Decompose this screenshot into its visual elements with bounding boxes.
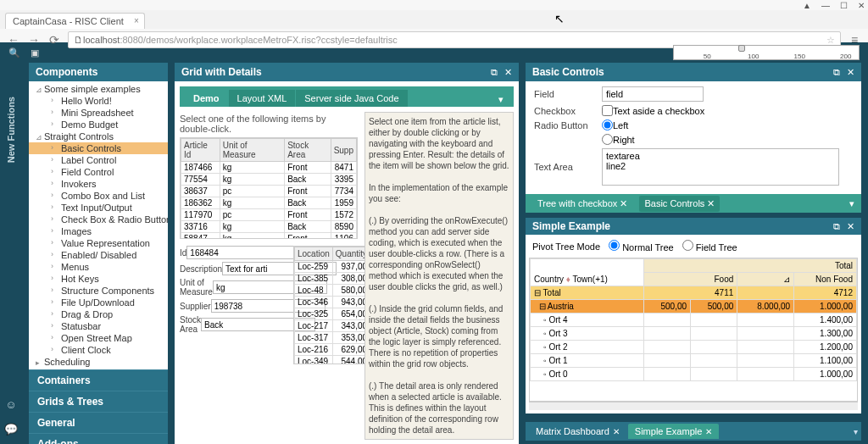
ws-tab-simple[interactable]: Simple Example ✕ — [628, 424, 719, 439]
toolbar-config-icon[interactable]: ▣ — [31, 47, 39, 58]
window-close[interactable]: ✕ — [858, 1, 865, 10]
tree-item[interactable]: Label Control — [29, 154, 168, 166]
window-user-icon[interactable]: ▲ — [803, 1, 811, 10]
window-minimize[interactable]: — — [821, 1, 830, 10]
popout-icon[interactable]: ⧉ — [833, 221, 840, 232]
pivot-row[interactable]: ◦ Ort 3 — [531, 327, 644, 341]
pivot-table[interactable]: Country ♦ Town(+1)Total Food⊿Non Food ⊟ … — [530, 258, 857, 381]
tree-item[interactable]: Images — [29, 225, 168, 237]
tree-item[interactable]: Client Clock — [29, 344, 168, 356]
close-icon[interactable]: ✕ — [707, 198, 715, 208]
table-row[interactable]: Loc-317353,00 — [295, 332, 370, 344]
bc-radio-left[interactable] — [602, 119, 613, 130]
pivot-row-austria[interactable]: ⊟ Austria — [531, 300, 644, 314]
pivot-col-nonfood[interactable]: Non Food — [794, 273, 857, 286]
table-row[interactable]: 58847kgFront1106 — [181, 233, 357, 240]
close-icon[interactable]: ✕ — [613, 427, 620, 436]
table-row[interactable]: Loc-385308,00 — [295, 273, 370, 285]
tree-item-basic-controls[interactable]: Basic Controls — [29, 142, 168, 154]
tree-group-simple[interactable]: ⊿Some simple examples — [29, 83, 168, 95]
tree-item[interactable]: Mini Spreadsheet — [29, 107, 168, 119]
table-row[interactable]: 33716kgBack8590 — [181, 221, 357, 233]
col-uom[interactable]: Unit of Measure — [220, 139, 284, 162]
detail-id-input[interactable] — [186, 246, 301, 259]
table-row[interactable]: Loc-325654,00 — [295, 308, 370, 320]
zoom-ruler[interactable]: 50 100 150 200 — [673, 45, 860, 60]
tree-item[interactable]: Check Box & Radio Button — [29, 214, 168, 225]
tab-close-icon[interactable]: × — [134, 16, 139, 25]
pivot-row[interactable]: ◦ Ort 2 — [531, 341, 644, 354]
nav-general[interactable]: General — [29, 412, 168, 433]
tree-item[interactable]: Demo Budget — [29, 119, 168, 130]
tree-item[interactable]: File Up/Download — [29, 297, 168, 308]
popout-icon[interactable]: ⧉ — [491, 67, 498, 78]
table-row[interactable]: Loc-349544,00 — [295, 356, 370, 365]
toolbar-search-icon[interactable]: 🔍 — [8, 47, 20, 58]
tree-item[interactable]: Hello World! — [29, 95, 168, 107]
pivot-row[interactable]: ◦ Ort 1 — [531, 354, 644, 368]
table-row[interactable]: Loc-48580,00 — [295, 285, 370, 297]
pivot-col-food[interactable]: Food — [643, 273, 737, 286]
bc-tab-basic[interactable]: Basic Controls ✕ — [639, 196, 720, 212]
bc-textarea[interactable]: textarea line2 — [602, 148, 839, 186]
gwd-tab-code[interactable]: Server side Java Code — [296, 90, 408, 107]
window-maximize[interactable]: ☐ — [840, 1, 848, 10]
close-icon[interactable]: ✕ — [705, 427, 712, 436]
pivot-col-town[interactable]: Town(+1) — [573, 275, 608, 284]
popout-icon[interactable]: ⧉ — [833, 67, 840, 78]
table-row[interactable]: 38637pcFront7734 — [181, 186, 357, 197]
tree-item[interactable]: Structure Components — [29, 285, 168, 297]
table-row[interactable]: 117970pcFront1572 — [181, 209, 357, 221]
bc-radio-right[interactable] — [602, 134, 613, 145]
table-row[interactable]: Loc-346943,00 — [295, 297, 370, 308]
se-radio-field[interactable] — [682, 240, 693, 251]
tree-item[interactable]: Value Representation — [29, 237, 168, 249]
ws-tab-matrix[interactable]: Matrix Dashboard ✕ — [529, 424, 626, 439]
bc-checkbox[interactable] — [602, 105, 613, 116]
gwd-tab-demo[interactable]: Demo — [185, 90, 229, 107]
se-radio-normal[interactable] — [609, 240, 620, 251]
bc-field-input[interactable] — [602, 86, 704, 102]
chevron-down-icon[interactable]: ▾ — [854, 427, 858, 436]
chevron-down-icon[interactable]: ▾ — [493, 92, 509, 107]
siderail-smile-icon[interactable]: ☺ — [5, 398, 16, 411]
pivot-row[interactable]: ◦ Ort 0 — [531, 368, 644, 381]
zoom-knob[interactable] — [738, 45, 745, 52]
close-icon[interactable]: ✕ — [620, 198, 627, 208]
article-grid[interactable]: Article Id Unit of Measure Stock Area Su… — [181, 138, 357, 239]
tree-item[interactable]: Enabled/ Disabled — [29, 249, 168, 261]
horizontal-scrollbar[interactable] — [529, 402, 858, 410]
col-stock[interactable]: Stock Area — [285, 139, 331, 162]
col-location[interactable]: Location — [295, 247, 333, 261]
close-icon[interactable]: ✕ — [847, 221, 854, 232]
bc-tab-tree[interactable]: Tree with checkbox ✕ — [532, 196, 632, 212]
pivot-row[interactable]: ◦ Ort 4 — [531, 314, 644, 327]
gwd-tab-layout[interactable]: Layout XML — [229, 90, 297, 107]
location-grid[interactable]: LocationQuantity Loc-259937,00Loc-385308… — [294, 247, 370, 364]
col-article-id[interactable]: Article Id — [181, 139, 220, 162]
close-icon[interactable]: ✕ — [504, 67, 512, 78]
tree-item[interactable]: Field Control — [29, 166, 168, 178]
chevron-down-icon[interactable]: ▾ — [849, 198, 854, 209]
table-row[interactable]: Loc-217343,00 — [295, 320, 370, 332]
tree-item[interactable]: Statusbar — [29, 320, 168, 332]
tree-group-straight[interactable]: ⊿Straight Controls — [29, 130, 168, 142]
nav-containers[interactable]: Containers — [29, 369, 168, 391]
nav-grids[interactable]: Grids & Trees — [29, 391, 168, 412]
tree-item[interactable]: Hot Keys — [29, 273, 168, 285]
tree-group-scheduling[interactable]: ▸Scheduling — [29, 356, 168, 368]
tree-item[interactable]: Menus — [29, 261, 168, 273]
pivot-col-total[interactable]: Total — [643, 259, 856, 273]
tree-item[interactable]: Drag & Drop — [29, 308, 168, 320]
table-row[interactable]: Loc-259937,00 — [295, 261, 370, 273]
nav-addons[interactable]: Add-ons — [29, 433, 168, 444]
close-icon[interactable]: ✕ — [847, 67, 854, 78]
siderail-chat-icon[interactable]: 💬 — [4, 423, 18, 436]
table-row[interactable]: Loc-216629,00 — [295, 344, 370, 356]
tree-item[interactable]: Open Street Map — [29, 332, 168, 344]
tree-item[interactable]: Text Input/Output — [29, 202, 168, 214]
tree-item[interactable]: Combo Box and List — [29, 190, 168, 202]
table-row[interactable]: 186362kgBack1959 — [181, 197, 357, 209]
table-row[interactable]: 77554kgBack3395 — [181, 174, 357, 186]
browser-tab[interactable]: CaptainCasa - RISC Client × — [5, 13, 145, 29]
